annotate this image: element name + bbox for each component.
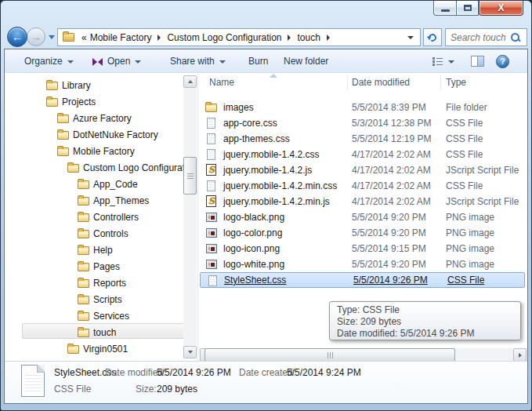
list-scrollbar-thumb[interactable] <box>204 348 455 361</box>
search-icon[interactable] <box>510 32 521 43</box>
new-folder-label: New folder <box>284 56 328 67</box>
breadcrumb[interactable]: « Mobile Factory Custom Logo Configurati… <box>57 28 421 46</box>
column-header-type[interactable]: Type <box>446 77 466 88</box>
file-date: 4/17/2014 2:02 AM <box>352 196 431 207</box>
address-dropdown-icon[interactable] <box>407 36 414 39</box>
search-input[interactable] <box>451 32 510 43</box>
breadcrumb-item-custom-logo-configuration[interactable]: Custom Logo Configuration <box>167 32 281 43</box>
scroll-up-icon <box>188 80 193 83</box>
change-view-button[interactable] <box>432 49 454 73</box>
tree-item-app-code[interactable]: App_Code <box>78 176 138 192</box>
tree-item-projects[interactable]: Projects <box>46 94 96 110</box>
burn-label: Burn <box>248 56 268 67</box>
open-button[interactable]: Open <box>92 49 141 73</box>
file-type: JScript Script File <box>446 165 519 176</box>
tree-item-label: Custom Logo Configuration <box>83 162 186 173</box>
chevron-right-icon[interactable] <box>157 35 161 41</box>
folder-icon <box>57 131 69 140</box>
chevron-down-icon <box>448 60 454 64</box>
recent-pages-dropdown-icon[interactable] <box>49 35 55 39</box>
navigation-bar: ← → « Mobile Factory Custom Logo Configu… <box>1 25 531 49</box>
preview-pane-icon <box>471 56 484 67</box>
maximize-button[interactable] <box>456 1 479 16</box>
file-date: 4/17/2014 2:02 AM <box>352 149 431 160</box>
file-row-jquery-mobile-js[interactable]: jquery.mobile-1.4.2.js4/17/2014 2:02 AMJ… <box>199 162 527 178</box>
jscript-file-icon <box>206 164 216 176</box>
column-divider[interactable] <box>440 75 441 90</box>
folder-icon <box>78 180 89 189</box>
scroll-right-button[interactable] <box>513 348 527 361</box>
tree-item-touch[interactable]: touch <box>78 325 116 340</box>
folder-icon <box>67 345 79 354</box>
folder-icon <box>57 115 69 123</box>
chevron-right-icon[interactable] <box>327 35 330 41</box>
column-header-date-modified[interactable]: Date modified <box>352 77 410 88</box>
file-row-logo-white-png[interactable]: logo-white.png5/5/2014 9:20 PMPNG image <box>199 256 527 272</box>
tree-item-azure-factory[interactable]: Azure Factory <box>57 111 132 126</box>
tree-item-virgin0501[interactable]: Virgin0501 <box>67 341 128 357</box>
tree-item-app-themes[interactable]: App_Themes <box>78 193 149 209</box>
chevron-right-icon[interactable] <box>288 35 291 41</box>
document-icon <box>21 365 45 397</box>
file-row-logo-icon-png[interactable]: logo-icon.png5/5/2014 9:15 PMPNG image <box>199 241 527 256</box>
preview-pane-button[interactable] <box>471 49 484 73</box>
folder-icon <box>46 82 58 90</box>
file-row-stylesheet-css[interactable]: StyleSheet.css5/5/2014 9:26 PMCSS File <box>200 272 525 288</box>
forward-button[interactable]: → <box>27 27 45 46</box>
new-folder-button[interactable]: New folder <box>284 49 328 73</box>
explorer-window: X ← → « Mobile Factory Custom Logo Confi… <box>0 0 532 411</box>
column-divider[interactable] <box>347 75 348 90</box>
file-row-app-themes-css[interactable]: app-themes.css5/5/2014 12:19 PMCSS File <box>199 131 527 147</box>
tree-item-label: Library <box>62 80 91 91</box>
tree-vertical-scrollbar[interactable] <box>183 75 197 358</box>
minimize-button[interactable] <box>433 1 456 16</box>
tree-item-services[interactable]: Services <box>78 308 129 324</box>
tree-item-mobile-factory[interactable]: Mobile Factory <box>57 144 135 159</box>
help-button[interactable]: ? <box>496 49 509 73</box>
organize-button[interactable]: Organize <box>24 49 74 73</box>
tree-item-reports[interactable]: Reports <box>78 275 126 291</box>
tree-scrollbar-thumb[interactable] <box>183 157 197 195</box>
file-row-jquery-mobile-css[interactable]: jquery.mobile-1.4.2.css4/17/2014 2:02 AM… <box>199 147 527 162</box>
tree-item-controls[interactable]: Controls <box>78 226 128 242</box>
breadcrumb-item-touch[interactable]: touch <box>297 32 320 43</box>
file-type: PNG image <box>446 259 494 270</box>
list-horizontal-scrollbar[interactable] <box>199 348 527 361</box>
share-with-button[interactable]: Share with <box>170 49 226 73</box>
tree-item-help[interactable]: Help <box>78 242 113 258</box>
search-box[interactable] <box>445 28 527 46</box>
file-row-logo-black-png[interactable]: logo-black.png5/5/2014 9:20 PMPNG image <box>199 209 527 225</box>
close-button[interactable]: X <box>479 1 523 16</box>
details-date-modified-value: 5/5/2014 9:26 PM <box>157 367 231 378</box>
scroll-down-button[interactable] <box>183 346 197 358</box>
file-date: 5/5/2014 9:20 PM <box>352 259 426 270</box>
breadcrumb-item-mobile-factory[interactable]: Mobile Factory <box>90 32 152 43</box>
tree-item-custom-logo-configuration[interactable]: Custom Logo Configuration <box>67 160 186 176</box>
scroll-right-icon <box>519 353 522 358</box>
css-file-icon <box>207 149 215 160</box>
tree-item-pages[interactable]: Pages <box>78 259 120 275</box>
column-header-name[interactable]: Name <box>209 77 234 88</box>
file-type: PNG image <box>446 227 494 238</box>
tree-item-controllers[interactable]: Controllers <box>78 209 139 225</box>
css-file-icon <box>207 118 215 129</box>
file-date: 4/17/2014 2:02 AM <box>352 180 431 191</box>
file-row-jquery-mobile-min-js[interactable]: jquery.mobile-1.4.2.min.js4/17/2014 2:02… <box>199 194 527 209</box>
file-row-images[interactable]: images5/5/2014 8:39 PMFile folder <box>199 100 527 115</box>
file-row-jquery-mobile-min-css[interactable]: jquery.mobile-1.4.2.min.css4/17/2014 2:0… <box>199 178 527 194</box>
breadcrumb-overflow[interactable]: « <box>81 32 87 43</box>
tree-item-dotnetnuke-factory[interactable]: DotNetNuke Factory <box>57 127 158 143</box>
tree-item-label: Mobile Factory <box>73 146 135 157</box>
file-row-app-core-css[interactable]: app-core.css5/3/2014 12:38 PMCSS File <box>199 115 527 131</box>
burn-button[interactable]: Burn <box>248 49 268 73</box>
tree-item-library[interactable]: Library <box>46 78 91 93</box>
scroll-up-button[interactable] <box>183 75 197 88</box>
file-type: CSS File <box>446 133 483 144</box>
share-with-label: Share with <box>170 56 215 67</box>
tree-item-label: Virgin0501 <box>83 344 128 355</box>
file-row-logo-color-png[interactable]: logo-color.png5/5/2014 9:20 PMPNG image <box>199 225 527 241</box>
back-button[interactable]: ← <box>7 27 27 47</box>
file-type: CSS File <box>446 180 483 191</box>
refresh-button[interactable] <box>423 28 442 46</box>
tree-item-scripts[interactable]: Scripts <box>78 292 122 307</box>
